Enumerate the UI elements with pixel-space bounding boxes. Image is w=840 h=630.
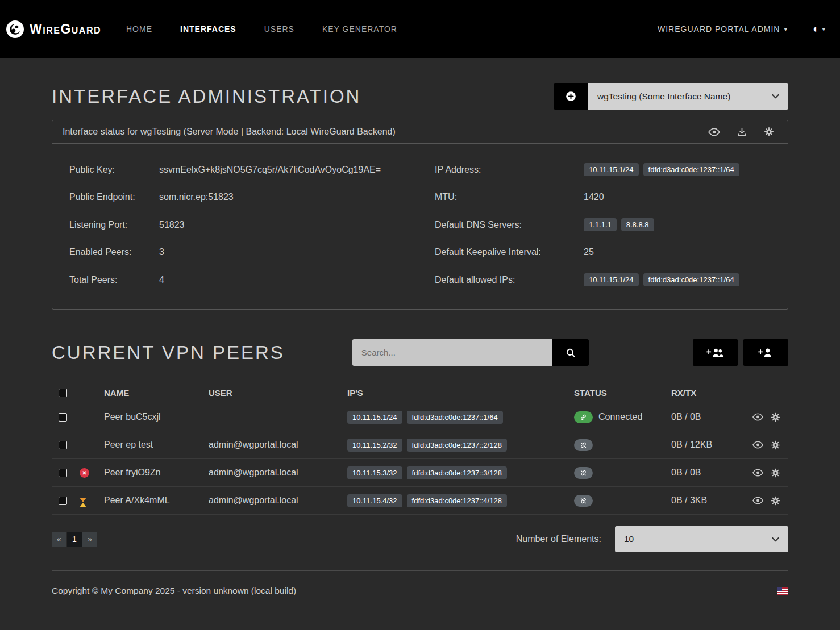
- peer-ip-badge: fdfd:d3ad:c0de:1237::3/128: [407, 466, 507, 479]
- footer: Copyright © My Company 2025 - version un…: [52, 570, 788, 612]
- brand-label: WireGuard: [30, 22, 101, 37]
- interface-card-title: Interface status for wgTesting (Server M…: [63, 127, 396, 137]
- nav-item-interfaces[interactable]: INTERFACES: [180, 24, 236, 34]
- status-disconnected-pill: [574, 467, 593, 479]
- peer-ip-badge: fdfd:d3ad:c0de:1237::4/128: [407, 494, 507, 507]
- field-value-allowed-ips: 10.11.15.1/24fdfd:d3ad:c0de:1237::1/64: [584, 273, 771, 286]
- field-value-listening-port: 51823: [159, 220, 435, 230]
- peer-status: [574, 495, 671, 507]
- elements-count-label: Number of Elements:: [516, 534, 601, 544]
- eye-icon: [752, 441, 763, 449]
- field-label-mtu: MTU:: [435, 192, 584, 202]
- nav-item-home[interactable]: HOME: [126, 24, 152, 34]
- language-flag-us-icon[interactable]: [777, 587, 788, 595]
- search-group: [352, 339, 589, 366]
- column-header-name: NAME: [104, 388, 209, 398]
- eye-icon: [752, 413, 763, 421]
- peer-table: NAME USER IP'S STATUS RX/TX Peer buC5cxj…: [52, 383, 788, 515]
- add-interface-button[interactable]: [554, 83, 588, 110]
- peer-row[interactable]: ✕ Peer fryiO9Zn admin@wgportal.local 10.…: [52, 459, 788, 487]
- peer-name: Peer fryiO9Zn: [104, 468, 209, 478]
- view-peer-button[interactable]: [752, 468, 763, 478]
- download-config-button[interactable]: [737, 127, 747, 137]
- brand[interactable]: WireGuard: [6, 20, 101, 39]
- eye-icon: [752, 469, 763, 477]
- view-peer-button[interactable]: [752, 496, 763, 506]
- view-peer-button[interactable]: [752, 440, 763, 450]
- gear-icon: [771, 440, 780, 450]
- peer-status: Connected: [574, 411, 671, 423]
- allowed-ip-badge: fdfd:d3ad:c0de:1237::1/64: [643, 273, 739, 286]
- row-checkbox[interactable]: [59, 413, 67, 422]
- field-value-total-peers: 4: [159, 275, 435, 285]
- row-checkbox[interactable]: [59, 497, 67, 505]
- status-disconnected-pill: [574, 439, 593, 451]
- edit-interface-button[interactable]: [764, 127, 774, 137]
- edit-peer-button[interactable]: [771, 412, 780, 422]
- nav-item-users[interactable]: USERS: [264, 24, 294, 34]
- search-button[interactable]: [552, 339, 589, 366]
- field-value-ip-address: 10.11.15.1/24fdfd:d3ad:c0de:1237::1/64: [584, 163, 771, 176]
- edit-peer-button[interactable]: [771, 440, 780, 450]
- field-label-dns-servers: Default DNS Servers:: [435, 220, 584, 230]
- add-peer-button[interactable]: [743, 339, 788, 366]
- elements-count-value: 10: [624, 534, 634, 544]
- pagination-page-1[interactable]: 1: [67, 532, 82, 547]
- pagination-next-button[interactable]: »: [82, 532, 97, 547]
- eye-icon: [708, 128, 720, 136]
- user-menu-label: WIREGUARD PORTAL ADMIN: [658, 24, 780, 34]
- plus-circle-icon: [565, 91, 576, 102]
- add-peer-buttons: [693, 339, 788, 366]
- row-checkbox[interactable]: [59, 441, 67, 449]
- column-header-user: USER: [209, 388, 347, 398]
- peer-status: [574, 439, 671, 451]
- link-slash-icon: [580, 441, 587, 449]
- field-value-public-endpoint: som.nicr.ep:51823: [159, 192, 435, 202]
- dns-badge: 8.8.8.8: [621, 218, 654, 231]
- pagination: « 1 »: [52, 532, 97, 547]
- interface-select[interactable]: wgTesting (Some Interface Name): [588, 83, 788, 110]
- peer-ips: 10.11.15.1/24fdfd:d3ad:c0de:1237::1/64: [347, 411, 574, 424]
- field-value-mtu: 1420: [584, 192, 771, 202]
- wireguard-logo-icon: [6, 20, 24, 39]
- row-checkbox[interactable]: [59, 469, 67, 477]
- theme-half-circle-icon: ◐: [813, 23, 819, 35]
- user-menu-dropdown[interactable]: WIREGUARD PORTAL ADMIN ▾: [658, 24, 788, 34]
- peer-row[interactable]: Peer A/Xk4mML admin@wgportal.local 10.11…: [52, 487, 788, 515]
- peer-name: Peer A/Xk4mML: [104, 495, 209, 506]
- gear-icon: [771, 496, 780, 506]
- peer-row[interactable]: Peer ep test admin@wgportal.local 10.11.…: [52, 431, 788, 459]
- pagination-prev-button[interactable]: «: [52, 532, 66, 547]
- allowed-ip-badge: 10.11.15.1/24: [584, 273, 639, 286]
- peer-expiring-icon: [80, 498, 86, 507]
- field-label-public-key: Public Key:: [69, 165, 159, 175]
- peer-user: admin@wgportal.local: [209, 468, 347, 478]
- peer-user: admin@wgportal.local: [209, 440, 347, 450]
- select-all-checkbox[interactable]: [59, 389, 67, 397]
- theme-toggle-dropdown[interactable]: ◐ ▾: [813, 23, 825, 35]
- edit-peer-button[interactable]: [771, 468, 780, 478]
- gear-icon: [764, 127, 774, 137]
- add-multiple-peers-button[interactable]: [693, 339, 738, 366]
- peer-rxtx: 0B / 0B: [671, 468, 749, 478]
- search-input[interactable]: [352, 339, 552, 366]
- elements-count-select[interactable]: 10: [615, 526, 788, 552]
- view-peer-button[interactable]: [752, 412, 763, 422]
- interface-status-card: Interface status for wgTesting (Server M…: [52, 120, 788, 310]
- peers-section-title: CURRENT VPN PEERS: [52, 342, 285, 364]
- peer-name: Peer buC5cxjl: [104, 412, 209, 422]
- edit-peer-button[interactable]: [771, 496, 780, 506]
- gear-icon: [771, 412, 780, 422]
- field-label-total-peers: Total Peers:: [69, 275, 159, 285]
- peer-row[interactable]: Peer buC5cxjl 10.11.15.1/24fdfd:d3ad:c0d…: [52, 403, 788, 431]
- field-label-keepalive: Default Keepalive Interval:: [435, 247, 584, 257]
- peer-ip-badge: 10.11.15.1/24: [347, 411, 402, 424]
- column-header-rxtx: RX/TX: [671, 388, 749, 398]
- nav-item-key-generator[interactable]: KEY GENERATOR: [322, 24, 397, 34]
- add-users-icon: [706, 347, 724, 358]
- chevron-down-icon: [772, 537, 779, 542]
- caret-down-icon: ▾: [784, 26, 788, 33]
- view-config-button[interactable]: [708, 128, 720, 136]
- field-label-listening-port: Listening Port:: [69, 220, 159, 230]
- field-value-dns-servers: 1.1.1.18.8.8.8: [584, 218, 771, 231]
